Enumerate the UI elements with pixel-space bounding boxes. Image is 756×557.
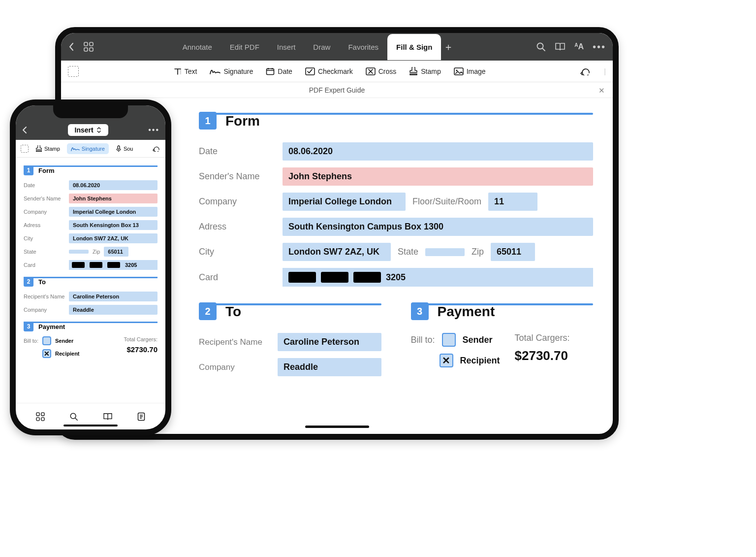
svg-line-21 bbox=[75, 418, 77, 420]
tab-fill-sign[interactable]: Fill & Sign bbox=[387, 34, 441, 60]
svg-rect-15 bbox=[118, 146, 120, 149]
tool-cross-label: Cross bbox=[378, 67, 397, 75]
field-recipient[interactable]: Caroline Peterson bbox=[278, 333, 381, 351]
tool-image-label: Image bbox=[467, 67, 486, 75]
field-card[interactable]: 3205 bbox=[283, 268, 593, 287]
selection-icon[interactable] bbox=[68, 66, 79, 77]
iphone-title-label: Insert bbox=[75, 126, 94, 134]
label-company: Company bbox=[199, 197, 283, 207]
field-state[interactable] bbox=[69, 250, 89, 254]
field-zip[interactable]: 65011 bbox=[104, 247, 128, 257]
back-icon[interactable] bbox=[22, 126, 28, 134]
label-card: Card bbox=[199, 272, 283, 283]
field-card[interactable]: 3205 bbox=[69, 260, 158, 270]
book-icon[interactable] bbox=[555, 42, 566, 51]
iphone-toolrow: Stamp Singature Sou bbox=[16, 140, 165, 158]
back-icon[interactable] bbox=[68, 42, 75, 51]
field-address[interactable]: South Kensington Box 13 bbox=[69, 220, 158, 230]
more-icon[interactable]: ••• bbox=[148, 126, 159, 134]
tool-signature[interactable]: Singature bbox=[67, 143, 109, 154]
svg-rect-16 bbox=[36, 412, 39, 415]
field-state[interactable] bbox=[425, 248, 465, 256]
tab-annotate[interactable]: Annotate bbox=[174, 34, 221, 60]
field-company[interactable]: Imperial College London bbox=[283, 193, 406, 211]
selection-icon[interactable] bbox=[21, 145, 29, 153]
tab-favorites[interactable]: Favorites bbox=[339, 34, 387, 60]
field-to-company[interactable]: Readdle bbox=[69, 305, 158, 315]
field-company[interactable]: Imperial College London bbox=[69, 207, 158, 217]
checkbox-recipient[interactable]: ✕ bbox=[42, 349, 51, 358]
tool-stamp-label: Stamp bbox=[421, 67, 441, 75]
field-floor[interactable]: 11 bbox=[488, 193, 537, 211]
document-title: PDF Expert Guide bbox=[309, 86, 365, 94]
field-sender[interactable]: John Stephens bbox=[283, 167, 593, 186]
field-recipient[interactable]: Caroline Peterson bbox=[69, 292, 158, 301]
tool-text[interactable]: Text bbox=[174, 67, 197, 75]
iphone-body: 1 Form Date08.06.2020 Sender's NameJohn … bbox=[16, 158, 165, 403]
tool-sound[interactable]: Sou bbox=[116, 145, 133, 152]
field-sender[interactable]: John Stephens bbox=[69, 194, 158, 203]
field-city[interactable]: London SW7 2AZ, UK bbox=[69, 233, 158, 243]
label-address: Adress bbox=[24, 222, 69, 228]
search-icon[interactable] bbox=[69, 412, 78, 421]
label-to-company: Company bbox=[24, 307, 69, 313]
tab-insert[interactable]: Insert bbox=[268, 34, 305, 60]
field-date[interactable]: 08.06.2020 bbox=[69, 180, 158, 190]
tool-cross[interactable]: Cross bbox=[366, 67, 397, 75]
section-number-3: 3 bbox=[24, 322, 33, 331]
cross-icon bbox=[366, 67, 376, 75]
add-tab-icon[interactable]: ＋ bbox=[441, 39, 456, 54]
field-date[interactable]: 08.06.2020 bbox=[283, 142, 593, 161]
undo-icon[interactable] bbox=[153, 146, 160, 152]
label-state: State bbox=[398, 247, 418, 257]
svg-rect-18 bbox=[36, 417, 39, 420]
label-total: Total Cargers: bbox=[515, 333, 570, 343]
section-number-3: 3 bbox=[411, 302, 429, 320]
card-block bbox=[72, 262, 85, 268]
label-total: Total Cargers: bbox=[124, 336, 158, 342]
tool-stamp-label: Stamp bbox=[44, 146, 60, 152]
field-zip[interactable]: 65011 bbox=[491, 243, 535, 261]
text-size-icon[interactable]: AA bbox=[574, 42, 584, 51]
book-icon[interactable] bbox=[103, 413, 113, 421]
tab-draw[interactable]: Draw bbox=[304, 34, 339, 60]
note-icon[interactable] bbox=[137, 412, 145, 421]
grid-icon[interactable] bbox=[84, 42, 94, 52]
checkbox-sender[interactable] bbox=[442, 333, 456, 347]
label-pay-recipient: Recipient bbox=[460, 356, 500, 366]
search-icon[interactable] bbox=[536, 42, 546, 52]
field-city[interactable]: London SW7 2AZ, UK bbox=[283, 243, 391, 261]
card-block bbox=[107, 262, 120, 268]
tool-image[interactable]: Image bbox=[454, 67, 486, 75]
updown-icon bbox=[96, 127, 101, 133]
tab-edit-pdf[interactable]: Edit PDF bbox=[221, 34, 268, 60]
label-recipient: Recipent's Name bbox=[24, 294, 69, 299]
checkbox-recipient[interactable]: ✕ bbox=[440, 354, 453, 367]
section-title-form: Form bbox=[38, 167, 55, 174]
checkmark-icon bbox=[305, 67, 315, 75]
tool-signature[interactable]: Signature bbox=[210, 67, 253, 75]
svg-rect-17 bbox=[41, 412, 44, 415]
mic-icon bbox=[116, 145, 122, 152]
document-title-bar: PDF Expert Guide ✕ bbox=[61, 82, 613, 98]
label-date: Date bbox=[199, 146, 283, 157]
close-icon[interactable]: ✕ bbox=[598, 86, 605, 95]
checkbox-sender[interactable] bbox=[42, 336, 51, 345]
undo-icon[interactable] bbox=[580, 67, 591, 75]
grid-icon[interactable] bbox=[36, 412, 45, 421]
field-address[interactable]: South Kensington Campus Box 1300 bbox=[283, 218, 593, 236]
svg-rect-3 bbox=[90, 48, 93, 51]
text-icon bbox=[174, 67, 182, 75]
field-to-company[interactable]: Readdle bbox=[278, 358, 381, 376]
tool-stamp[interactable]: Stamp bbox=[409, 67, 441, 76]
tool-date[interactable]: Date bbox=[266, 67, 292, 75]
iphone-title-button[interactable]: Insert bbox=[68, 124, 108, 136]
tool-checkmark[interactable]: Checkmark bbox=[305, 67, 353, 75]
label-zip: Zip bbox=[93, 249, 100, 255]
tool-stamp[interactable]: Stamp bbox=[35, 145, 60, 152]
svg-rect-19 bbox=[41, 417, 44, 420]
signature-icon bbox=[210, 68, 220, 75]
more-icon[interactable]: ••• bbox=[593, 41, 606, 53]
card-last-digits: 3205 bbox=[386, 272, 406, 283]
svg-rect-7 bbox=[267, 68, 274, 74]
